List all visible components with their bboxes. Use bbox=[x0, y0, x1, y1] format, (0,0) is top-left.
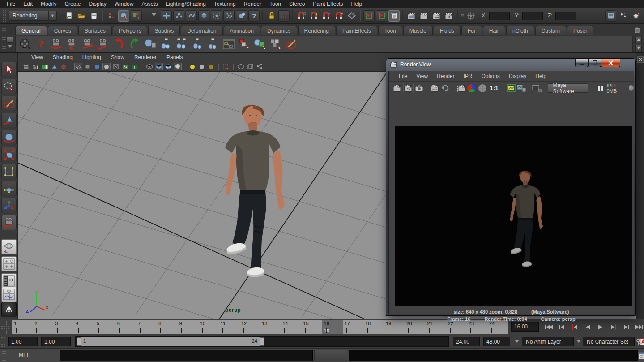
frame-slot[interactable]: 11 bbox=[219, 320, 239, 334]
universal-manipulator-button[interactable] bbox=[1, 164, 17, 179]
rendered-image-area[interactable] bbox=[395, 126, 632, 306]
step-back-key-button[interactable] bbox=[555, 321, 567, 332]
make-live-icon[interactable] bbox=[346, 10, 357, 22]
isolate-select-icon[interactable] bbox=[222, 63, 230, 70]
help-icon[interactable]: ? bbox=[34, 37, 47, 51]
frame-slot[interactable]: 2 bbox=[33, 320, 53, 334]
menu-toon[interactable]: Toon bbox=[265, 0, 285, 8]
shelf-scroll-up-button[interactable] bbox=[635, 37, 642, 43]
shelf-menu-button[interactable] bbox=[6, 37, 13, 43]
single-pane-layout-button[interactable] bbox=[1, 239, 17, 254]
character-set-select[interactable]: No Character Set bbox=[583, 337, 635, 346]
dim-light-icon[interactable] bbox=[207, 63, 215, 70]
camera-attributes-icon[interactable] bbox=[22, 63, 30, 70]
list-input-operations-button[interactable] bbox=[388, 10, 400, 22]
animation-end-field[interactable] bbox=[483, 337, 510, 346]
shaded-display-icon[interactable] bbox=[155, 63, 163, 70]
animation-start-field[interactable] bbox=[8, 337, 38, 346]
xray-icon[interactable] bbox=[237, 63, 245, 70]
play-forwards-button[interactable] bbox=[594, 321, 606, 332]
shelf-tab-fur[interactable]: Fur bbox=[461, 26, 482, 35]
group-objects-cursor-icon[interactable] bbox=[269, 37, 282, 51]
snapshot-button[interactable] bbox=[414, 83, 424, 93]
select-tool-button[interactable] bbox=[1, 62, 17, 77]
frame-slot[interactable]: 4 bbox=[74, 320, 95, 334]
highlight-selection-button[interactable] bbox=[278, 10, 290, 22]
x-coord-input[interactable] bbox=[489, 12, 510, 20]
bounding-box-icon[interactable] bbox=[112, 63, 120, 70]
rotate-tool-button[interactable] bbox=[1, 130, 17, 145]
construction-history-off-button[interactable] bbox=[376, 10, 387, 22]
shelf-tab-toon[interactable]: Toon bbox=[378, 26, 402, 35]
maximize-button[interactable] bbox=[588, 59, 601, 67]
viewport-menu-shading[interactable]: Shading bbox=[48, 54, 77, 60]
image-plane-icon[interactable] bbox=[41, 63, 49, 70]
frame-slot[interactable]: 12 bbox=[239, 320, 260, 334]
smooth-shade-all-icon[interactable] bbox=[102, 63, 111, 70]
select-component-button[interactable] bbox=[131, 10, 142, 22]
shaded-mode-icon[interactable] bbox=[93, 63, 101, 70]
shelf-tab-animation[interactable]: Animation bbox=[224, 26, 260, 35]
frame-slot[interactable]: 7 bbox=[136, 320, 157, 334]
frame-slot[interactable]: 1 bbox=[12, 320, 33, 334]
textured-display-icon[interactable] bbox=[164, 63, 172, 70]
frame-slot[interactable]: 3 bbox=[53, 320, 74, 334]
no-live-surface-icon[interactable] bbox=[465, 10, 477, 22]
soft-modification-tool-button[interactable] bbox=[1, 181, 17, 196]
scale-tool-button[interactable] bbox=[1, 147, 17, 162]
pan-zoom-icon[interactable] bbox=[60, 63, 68, 70]
select-misc-button[interactable]: ? bbox=[248, 10, 260, 22]
select-curves-button[interactable] bbox=[186, 10, 197, 22]
share-view-icon[interactable] bbox=[256, 63, 264, 70]
node-network-3-icon[interactable] bbox=[191, 37, 204, 51]
keep-image-button[interactable] bbox=[506, 83, 516, 93]
real-size-button[interactable]: 1:1 bbox=[488, 85, 500, 91]
menu-stereo[interactable]: Stereo bbox=[285, 0, 309, 8]
snap-curve-icon[interactable] bbox=[308, 10, 320, 22]
shelf-tab-fluids[interactable]: Fluids bbox=[434, 26, 461, 35]
frame-slot[interactable]: 8 bbox=[157, 320, 177, 334]
shelf-scroll-down-button[interactable] bbox=[635, 45, 642, 51]
paint-select-tool-button[interactable] bbox=[1, 96, 17, 111]
shelf-tab-hair[interactable]: Hair bbox=[483, 26, 505, 35]
viewport-menu-view[interactable]: View bbox=[26, 54, 48, 60]
show-manipulator-tool-button[interactable] bbox=[1, 198, 17, 213]
step-forward-frame-button[interactable] bbox=[607, 321, 619, 332]
default-material-icon[interactable] bbox=[145, 63, 154, 70]
mel-command-input[interactable] bbox=[60, 350, 313, 361]
view-axis-icon[interactable] bbox=[50, 63, 58, 70]
snap-projected-center-icon[interactable] bbox=[333, 10, 345, 22]
grip-handle[interactable] bbox=[2, 350, 6, 361]
renderer-select-button[interactable]: Maya Software bbox=[548, 83, 588, 93]
refresh-ipr-button[interactable] bbox=[440, 83, 450, 93]
frame-slot[interactable]: 21 bbox=[425, 320, 446, 334]
multi-pane-icon[interactable] bbox=[246, 63, 254, 70]
grip-handle[interactable] bbox=[2, 25, 6, 52]
command-language-toggle[interactable]: MEL bbox=[19, 352, 30, 358]
current-time-field[interactable] bbox=[511, 322, 539, 332]
last-tool-used-button[interactable] bbox=[1, 215, 17, 230]
select-rendering-button[interactable] bbox=[236, 10, 247, 22]
current-frame-marker[interactable]: 1616 bbox=[322, 320, 343, 334]
select-surfaces-button[interactable] bbox=[198, 10, 209, 22]
panel-close-button[interactable] bbox=[637, 56, 644, 63]
frame-slot[interactable]: 23 bbox=[467, 320, 487, 334]
go-to-start-button[interactable] bbox=[542, 321, 554, 332]
use-all-lights-icon[interactable] bbox=[174, 63, 182, 70]
close-button[interactable] bbox=[601, 59, 620, 67]
grip-handle[interactable] bbox=[3, 9, 6, 22]
render-current-frame-button[interactable] bbox=[392, 83, 402, 93]
shelf-tab-general[interactable]: General bbox=[15, 26, 47, 35]
redo-arrow-icon[interactable] bbox=[128, 37, 141, 51]
grip-handle[interactable] bbox=[1, 336, 6, 347]
paint-effects-brush-icon[interactable] bbox=[285, 37, 298, 51]
lock-selection-button[interactable] bbox=[266, 10, 277, 22]
new-scene-button[interactable] bbox=[63, 10, 74, 22]
open-render-settings-button[interactable] bbox=[532, 83, 542, 93]
construction-history-on-button[interactable] bbox=[363, 10, 375, 22]
trash-icon[interactable] bbox=[634, 26, 640, 34]
wireframe-icon[interactable] bbox=[74, 63, 82, 70]
flat-light-icon[interactable] bbox=[198, 63, 206, 70]
shelf-menu-arrow-icon[interactable] bbox=[7, 45, 13, 48]
camera-bookmark-icon[interactable] bbox=[31, 63, 39, 70]
